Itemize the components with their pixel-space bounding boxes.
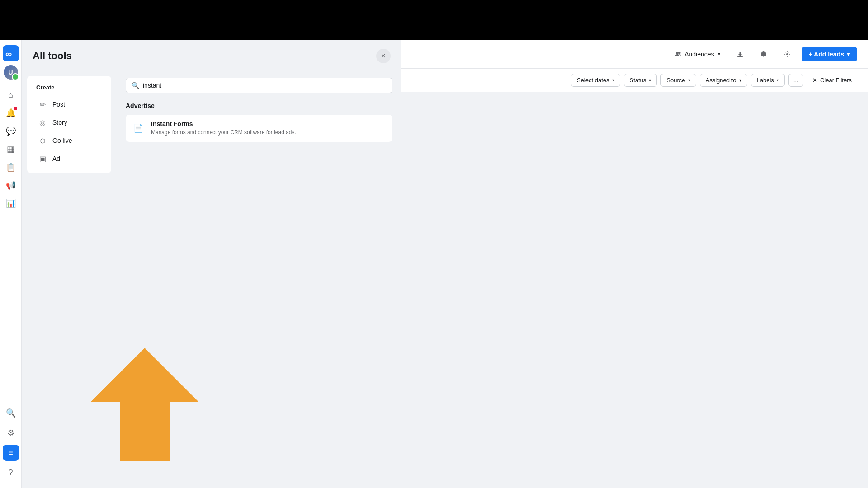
ad-icon: ▣	[37, 153, 48, 164]
sidebar-search[interactable]: 🔍	[3, 405, 19, 421]
top-bar	[0, 0, 868, 40]
tool-item-content: Instant Forms Manage forms and connect y…	[151, 120, 296, 136]
audiences-chevron-icon: ▾	[718, 52, 720, 56]
status-button[interactable]: Status ▾	[624, 74, 657, 87]
svg-point-2	[676, 52, 679, 54]
status-chevron-icon: ▾	[649, 78, 651, 83]
meta-logo[interactable]: ∞	[3, 45, 19, 61]
tool-item-instant-forms[interactable]: 📄 Instant Forms Manage forms and connect…	[126, 115, 392, 142]
svg-marker-6	[90, 348, 199, 461]
svg-rect-4	[737, 56, 743, 57]
sidebar-item-inbox[interactable]: 💬	[3, 123, 19, 139]
sidebar-item-home[interactable]: ⌂	[3, 87, 19, 103]
svg-text:∞: ∞	[5, 49, 12, 59]
modal-title: All tools	[33, 50, 72, 62]
sidebar-settings[interactable]: ⚙	[3, 425, 19, 441]
search-input[interactable]	[143, 82, 387, 89]
source-button[interactable]: Source ▾	[660, 74, 696, 87]
labels-chevron-icon: ▾	[777, 78, 779, 83]
tool-name: Instant Forms	[151, 120, 296, 127]
assigned-chevron-icon: ▾	[739, 78, 741, 83]
create-section: Create ✏ Post ◎ Story ⊙ Go live ▣ Ad	[27, 76, 111, 173]
all-tools-modal: All tools × Create ✏ Post ◎ Story ⊙ Go l…	[22, 40, 401, 488]
notifications-top-button[interactable]	[755, 47, 773, 61]
upload-arrow	[90, 343, 199, 461]
more-filters-button[interactable]: ...	[788, 74, 803, 87]
bell-icon	[760, 51, 767, 58]
create-item-post[interactable]: ✏ Post	[33, 95, 106, 113]
sidebar-item-notifications[interactable]: 🔔	[3, 105, 19, 121]
audiences-icon	[675, 51, 682, 58]
select-dates-button[interactable]: Select dates ▾	[571, 74, 620, 87]
modal-header: All tools ×	[22, 40, 401, 70]
sidebar-item-ads[interactable]: 📢	[3, 177, 19, 193]
source-chevron-icon: ▾	[688, 78, 690, 83]
download-icon	[736, 51, 744, 58]
story-icon: ◎	[37, 117, 48, 128]
clear-filters-x-icon: ✕	[812, 77, 817, 84]
clear-filters-button[interactable]: ✕ Clear Filters	[807, 74, 857, 86]
settings-top-button[interactable]	[778, 47, 796, 61]
download-button[interactable]	[731, 47, 749, 61]
svg-point-3	[679, 52, 681, 54]
dates-chevron-icon: ▾	[612, 78, 614, 83]
create-label: Create	[33, 81, 106, 94]
sidebar-help[interactable]: ?	[3, 465, 19, 481]
add-leads-button[interactable]: + Add leads ▾	[802, 47, 857, 61]
sidebar-item-planner[interactable]: 📋	[3, 159, 19, 175]
user-avatar[interactable]: U	[4, 65, 18, 80]
search-box: 🔍	[126, 78, 392, 93]
svg-point-5	[786, 53, 788, 55]
create-item-go-live[interactable]: ⊙ Go live	[33, 131, 106, 150]
sidebar-item-insights[interactable]: 📊	[3, 195, 19, 211]
advertise-label: Advertise	[126, 102, 392, 109]
audiences-button[interactable]: Audiences ▾	[669, 47, 725, 61]
sidebar: ∞ U ⌂ 🔔 💬 ▦ 📋 📢 📊 🔍 ⚙ ≡ ?	[0, 40, 22, 488]
search-icon: 🔍	[132, 82, 139, 89]
modal-body: Create ✏ Post ◎ Story ⊙ Go live ▣ Ad	[22, 70, 401, 488]
sidebar-all-tools[interactable]: ≡	[3, 445, 19, 461]
modal-close-button[interactable]: ×	[376, 49, 391, 63]
assigned-to-button[interactable]: Assigned to ▾	[700, 74, 747, 87]
post-icon: ✏	[37, 99, 48, 110]
instant-forms-icon: 📄	[131, 121, 146, 136]
sidebar-bottom: 🔍 ⚙ ≡ ?	[3, 405, 19, 483]
labels-button[interactable]: Labels ▾	[751, 74, 785, 87]
sidebar-item-content[interactable]: ▦	[3, 141, 19, 157]
settings-icon	[783, 51, 791, 58]
create-item-ad[interactable]: ▣ Ad	[33, 150, 106, 168]
create-item-story[interactable]: ◎ Story	[33, 113, 106, 131]
go-live-icon: ⊙	[37, 135, 48, 146]
tool-description: Manage forms and connect your CRM softwa…	[151, 129, 296, 136]
add-leads-chevron-icon: ▾	[847, 51, 850, 58]
